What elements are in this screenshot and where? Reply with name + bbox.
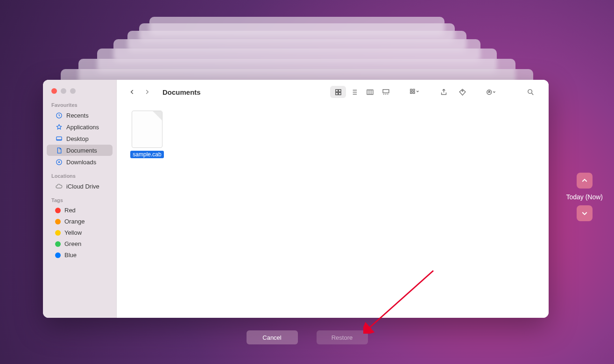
view-icon-columns[interactable] [362,86,378,98]
svg-point-13 [462,90,463,91]
applications-icon [55,123,63,131]
restore-button[interactable]: Restore [317,330,368,344]
svg-rect-7 [367,90,373,94]
maximize-window-button[interactable] [70,88,76,94]
svg-rect-5 [335,92,338,95]
sidebar-tag-label: Orange [64,218,85,225]
svg-point-16 [489,91,490,92]
sidebar-section-favourites: Favourites [43,102,116,108]
sidebar-item-desktop[interactable]: Desktop [47,133,113,144]
sidebar-tag-label: Green [64,240,81,247]
sidebar-item-applications[interactable]: Applications [47,121,113,133]
finder-sidebar: Favourites Recents Applications Desktop … [43,80,117,318]
sidebar-item-icloud-drive[interactable]: iCloud Drive [47,181,113,192]
close-window-button[interactable] [51,88,57,94]
sidebar-section-tags: Tags [43,197,116,203]
document-icon [55,147,63,154]
clock-icon [55,112,63,119]
tags-button[interactable] [454,86,470,98]
forward-button[interactable] [142,87,152,97]
back-button[interactable] [127,87,137,97]
svg-rect-8 [383,89,389,92]
desktop-icon [55,135,63,142]
sidebar-item-downloads[interactable]: Downloads [47,156,113,168]
svg-point-18 [528,89,532,93]
sidebar-item-documents[interactable]: Documents [47,145,113,156]
view-mode-switch [330,86,394,98]
cloud-icon [55,182,63,190]
window-title: Documents [162,88,201,96]
sidebar-section-locations: Locations [43,173,116,179]
sidebar-item-label: Downloads [66,159,96,166]
tag-dot-icon [55,230,61,236]
group-by-button[interactable] [407,86,423,98]
svg-rect-4 [339,89,341,91]
svg-point-17 [489,91,489,91]
view-icon-gallery[interactable] [378,86,394,98]
sidebar-tag-label: Red [64,207,76,214]
finder-toolbar: Documents [117,80,549,104]
timeline-down-button[interactable] [577,205,593,221]
finder-content[interactable]: sample.cab [117,104,549,318]
sidebar-tag-red[interactable]: Red [47,205,113,216]
timemachine-action-buttons: Cancel Restore [0,330,614,344]
tag-dot-icon [55,208,61,213]
view-icon-grid[interactable] [330,86,346,98]
sidebar-tag-label: Yellow [64,229,82,236]
share-button[interactable] [436,86,452,98]
sidebar-item-label: Recents [66,112,89,119]
sidebar-item-label: iCloud Drive [66,183,99,190]
cancel-button[interactable]: Cancel [247,330,298,344]
svg-point-15 [488,91,489,92]
tag-dot-icon [55,219,61,224]
window-controls [43,88,116,94]
sidebar-item-label: Desktop [66,135,89,142]
timemachine-timeline-nav: Today (Now) [566,173,603,221]
downloads-icon [55,158,63,166]
file-name-label: sample.cab [130,151,163,158]
sidebar-tag-green[interactable]: Green [47,238,113,249]
svg-rect-6 [339,92,341,95]
sidebar-tag-orange[interactable]: Orange [47,216,113,227]
search-button[interactable] [522,86,538,98]
timeline-label: Today (Now) [566,193,603,201]
svg-rect-9 [410,89,412,91]
tag-dot-icon [55,252,61,258]
svg-rect-12 [413,91,415,93]
svg-rect-3 [335,89,338,91]
file-item[interactable]: sample.cab [127,111,167,158]
timeline-up-button[interactable] [577,173,593,189]
finder-main: Documents [117,80,549,318]
sidebar-tag-label: Blue [64,252,77,259]
sidebar-item-recents[interactable]: Recents [47,110,113,121]
tag-dot-icon [55,241,61,247]
sidebar-tag-yellow[interactable]: Yellow [47,227,113,238]
file-icon [132,111,162,148]
sidebar-item-label: Documents [66,147,97,154]
svg-rect-11 [413,89,415,91]
more-actions-button[interactable] [483,86,499,98]
sidebar-tag-blue[interactable]: Blue [47,250,113,260]
view-icon-list[interactable] [346,86,362,98]
sidebar-item-label: Applications [66,124,99,131]
svg-rect-10 [410,91,412,93]
minimize-window-button[interactable] [61,88,66,94]
finder-window: Favourites Recents Applications Desktop … [43,80,549,318]
